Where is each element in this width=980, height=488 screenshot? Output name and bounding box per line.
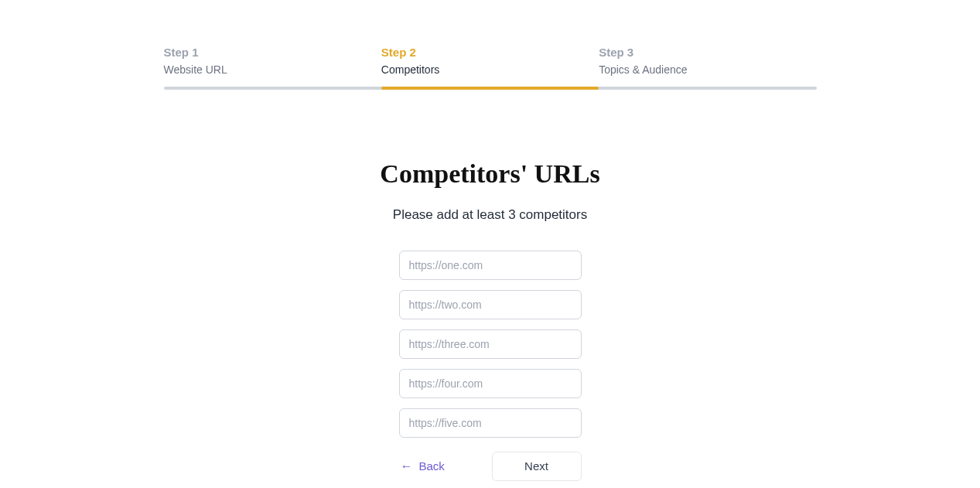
step-3-title: Step 3 [599, 45, 816, 60]
stepper: Step 1 Website URL Step 2 Competitors St… [164, 45, 817, 76]
step-2[interactable]: Step 2 Competitors [381, 45, 599, 76]
page-title: Competitors' URLs [164, 159, 817, 189]
progress-bar [164, 87, 817, 90]
step-3-subtitle: Topics & Audience [599, 63, 816, 76]
competitor-inputs [164, 251, 817, 438]
competitor-url-2[interactable] [399, 290, 582, 319]
back-button[interactable]: ← Back [399, 455, 446, 477]
step-3[interactable]: Step 3 Topics & Audience [599, 45, 816, 76]
back-label: Back [419, 459, 445, 473]
next-button[interactable]: Next [492, 452, 582, 481]
step-1-subtitle: Website URL [164, 63, 381, 76]
competitor-url-3[interactable] [399, 329, 582, 359]
competitor-url-1[interactable] [399, 251, 582, 280]
progress-fill [381, 87, 599, 90]
competitor-url-4[interactable] [399, 369, 582, 398]
step-1-title: Step 1 [164, 45, 381, 60]
step-2-subtitle: Competitors [381, 63, 599, 76]
page-subtitle: Please add at least 3 competitors [164, 207, 817, 223]
step-2-title: Step 2 [381, 45, 599, 60]
arrow-left-icon: ← [401, 460, 413, 473]
step-1[interactable]: Step 1 Website URL [164, 45, 381, 76]
competitor-url-5[interactable] [399, 408, 582, 438]
form-actions: ← Back Next [399, 452, 582, 481]
